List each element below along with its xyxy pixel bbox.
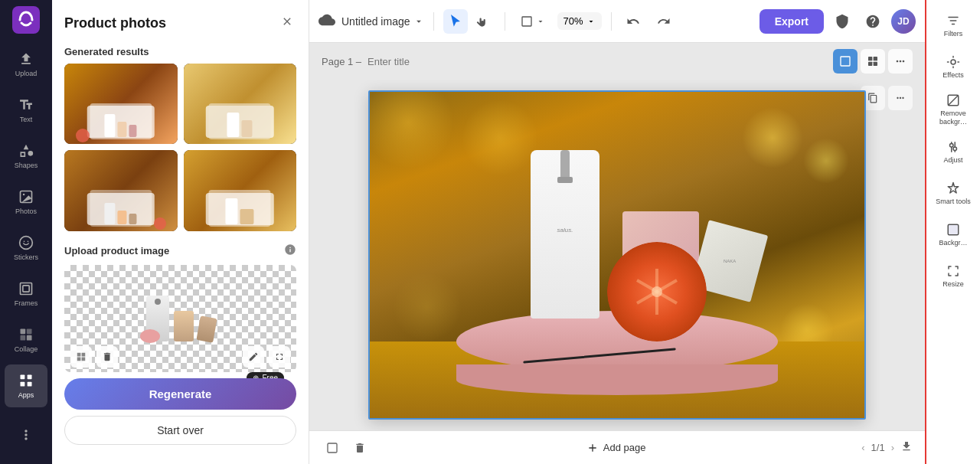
upload-edit-btn[interactable] xyxy=(243,346,264,368)
main-area: Untitled image 70% xyxy=(309,0,925,464)
svg-rect-0 xyxy=(12,6,40,34)
document-title[interactable]: Untitled image xyxy=(341,15,424,28)
sidebar-item-upload[interactable]: Upload xyxy=(5,43,47,86)
help-button[interactable] xyxy=(861,9,885,34)
frame-selector-button[interactable] xyxy=(514,9,551,34)
adjust-icon xyxy=(946,140,960,154)
undo-button[interactable] xyxy=(621,9,645,34)
app-logo[interactable] xyxy=(12,6,40,34)
svg-rect-9 xyxy=(27,329,32,335)
regenerate-button[interactable]: Regenerate xyxy=(64,378,296,410)
upload-delete-btn[interactable] xyxy=(96,346,118,368)
canvas-wrapper: Page 1 – xyxy=(309,43,925,464)
svg-rect-16 xyxy=(522,17,531,26)
upload-expand-btn[interactable] xyxy=(269,346,290,368)
generated-thumb-1[interactable] xyxy=(64,64,178,144)
sidebar-item-shapes[interactable]: Shapes xyxy=(5,135,47,178)
right-panel-resize[interactable]: Resize xyxy=(929,257,978,296)
svg-rect-17 xyxy=(841,57,850,66)
layout-view-1-button[interactable] xyxy=(833,49,858,74)
redo-button[interactable] xyxy=(652,9,676,34)
shield-icon xyxy=(835,14,850,29)
svg-rect-7 xyxy=(23,286,29,292)
chevron-down-icon xyxy=(586,17,596,26)
export-button[interactable]: Export xyxy=(760,9,824,34)
page-icon xyxy=(326,442,338,454)
bottom-bar: Add page ‹ 1/1 › xyxy=(309,430,925,464)
upload-box[interactable] xyxy=(64,265,296,372)
svg-point-26 xyxy=(950,143,954,147)
sidebar-item-stickers[interactable]: Stickers xyxy=(5,227,47,270)
layout-view-2-button[interactable] xyxy=(861,49,885,74)
right-panel-filters[interactable]: Filters xyxy=(929,6,978,46)
svg-rect-21 xyxy=(874,62,877,66)
svg-rect-19 xyxy=(874,57,877,60)
svg-rect-14 xyxy=(21,382,25,387)
canvas-image: salus. NAKED BATHROBES MANDARIN xyxy=(370,92,864,418)
sidebar-item-collage[interactable]: Collage xyxy=(5,319,47,361)
zoom-control[interactable]: 70% xyxy=(557,12,602,30)
page-settings-button[interactable] xyxy=(322,437,343,459)
user-avatar[interactable]: JD xyxy=(891,9,916,34)
upload-section-title: Upload product image xyxy=(64,245,169,257)
svg-rect-13 xyxy=(28,375,32,380)
panel-close-button[interactable] xyxy=(278,12,296,34)
generated-grid xyxy=(52,64,309,237)
svg-rect-6 xyxy=(21,283,32,295)
right-panel-effects[interactable]: Effects xyxy=(929,47,978,87)
next-page-button[interactable]: › xyxy=(891,442,894,453)
canvas-page-more-button[interactable] xyxy=(888,86,913,110)
svg-point-3 xyxy=(20,237,33,250)
generated-thumb-2[interactable] xyxy=(184,64,297,144)
resize-icon xyxy=(946,264,960,278)
svg-point-23 xyxy=(951,60,956,64)
upload-grid-btn[interactable] xyxy=(70,346,92,368)
side-panel: Product photos Generated results xyxy=(52,0,309,464)
select-tool-button[interactable] xyxy=(443,9,468,34)
canvas-frame[interactable]: salus. NAKED BATHROBES MANDARIN xyxy=(368,90,866,420)
sidebar-item-frames[interactable]: Frames xyxy=(5,273,47,315)
svg-rect-10 xyxy=(21,335,26,341)
layout-list-icon xyxy=(867,55,879,67)
svg-point-4 xyxy=(24,241,25,243)
add-page-button[interactable]: Add page xyxy=(580,439,652,457)
svg-rect-12 xyxy=(21,375,25,380)
filter-icon xyxy=(946,14,960,28)
page-title-input[interactable] xyxy=(368,56,496,67)
page-delete-button[interactable] xyxy=(349,437,371,459)
panel-title: Product photos xyxy=(64,15,166,31)
add-icon xyxy=(586,442,599,454)
right-panel-smart-tools[interactable]: Smart tools xyxy=(929,174,978,214)
copy-icon xyxy=(867,93,878,103)
sidebar-item-text[interactable]: Text xyxy=(5,89,47,132)
sidebar-item-apps[interactable]: Apps xyxy=(5,364,47,407)
smart-tools-icon xyxy=(946,181,960,195)
svg-rect-20 xyxy=(868,62,872,66)
right-panel-remove-bg[interactable]: Remove backgr… xyxy=(929,89,978,131)
frame-icon xyxy=(521,15,533,28)
panel-header: Product photos xyxy=(52,0,309,40)
generated-thumb-3[interactable] xyxy=(64,150,178,230)
svg-rect-32 xyxy=(948,224,959,235)
right-panel-adjust[interactable]: Adjust xyxy=(929,132,978,172)
start-over-button[interactable]: Start over xyxy=(64,416,296,445)
info-icon[interactable] xyxy=(284,243,296,259)
prev-page-button[interactable]: ‹ xyxy=(861,442,864,453)
upload-actions xyxy=(70,346,290,368)
shield-button[interactable] xyxy=(830,9,854,34)
download-icon[interactable] xyxy=(900,440,913,455)
toolbar-separator-1 xyxy=(433,12,434,31)
right-panel: Filters Effects Remove backgr… Adjust Sm… xyxy=(925,0,980,464)
sidebar-item-more[interactable] xyxy=(5,415,47,458)
right-panel-background[interactable]: Backgr… xyxy=(929,215,978,255)
page-navigation: ‹ 1/1 › xyxy=(861,440,913,455)
trash-icon xyxy=(354,442,366,454)
canvas-more-button[interactable] xyxy=(888,49,913,74)
hand-tool-button[interactable] xyxy=(471,9,495,34)
more-horiz-icon xyxy=(894,55,906,67)
left-toolbar: Upload Text Shapes Photos Stickers Frame… xyxy=(0,0,52,464)
cloud-save-icon xyxy=(318,11,335,31)
sidebar-item-photos[interactable]: Photos xyxy=(5,181,47,224)
generated-thumb-4[interactable] xyxy=(184,150,297,230)
effects-icon xyxy=(946,55,960,69)
